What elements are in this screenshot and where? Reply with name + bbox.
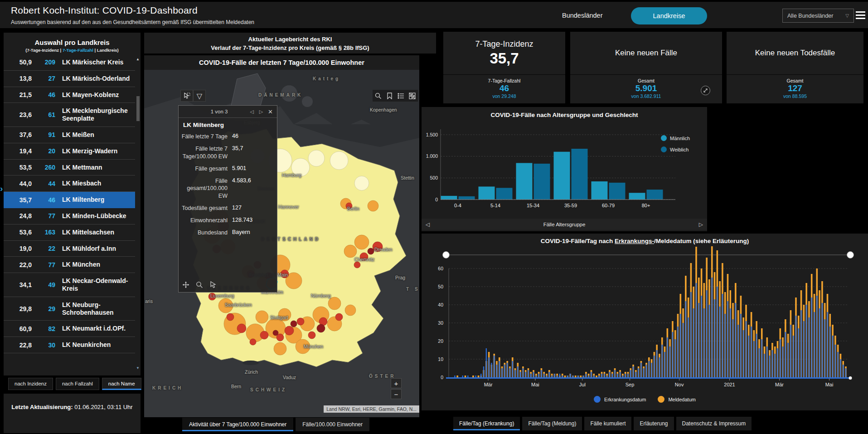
- germany-choropleth-map[interactable]: KattegDÄNEMARKKopenhagenEsbjergHamburgSt…: [144, 70, 419, 417]
- row-name: LK Neckar-Odenwald-Kreis: [55, 277, 135, 293]
- map-tab[interactable]: Fälle/100.000 Einwohner: [296, 418, 369, 431]
- row-cases: 163: [32, 229, 55, 236]
- zoom-out-button[interactable]: −: [391, 389, 402, 399]
- list-item[interactable]: 22,830LK Neunkirchen: [4, 337, 135, 353]
- bottom-tab[interactable]: Datenschutz & Impressum: [676, 417, 752, 430]
- list-item[interactable]: 24,877LK Minden-Lübbecke: [4, 208, 135, 224]
- scroll-up-icon[interactable]: ▲: [136, 57, 140, 61]
- incidence-card-title: 7-Tage-Inzidenz: [475, 39, 533, 49]
- row-name: LK Mayen-Koblenz: [55, 91, 135, 99]
- bottom-tab[interactable]: Erläuterung: [634, 417, 674, 430]
- new-cases-card-subof: von 3.682.911: [570, 93, 722, 99]
- bottom-tab[interactable]: Fälle kumuliert: [584, 417, 631, 430]
- legend-label: Meldedatum: [668, 397, 696, 402]
- new-deaths-card-subvalue: 127: [727, 83, 863, 93]
- legend-item: Erkrankungsdatum: [594, 396, 646, 403]
- svg-text:Mär: Mär: [484, 382, 493, 387]
- bookmark-icon[interactable]: [384, 90, 395, 102]
- incidence-card: 7-Tage-Inzidenz 35,7 7-Tage-Fallzahl 46 …: [443, 32, 565, 103]
- list-item[interactable]: 50,9209LK Märkischer Kreis: [4, 54, 135, 71]
- panel-expander-icon[interactable]: ›: [0, 184, 3, 194]
- list-item[interactable]: 13,827LK Märkisch-Oderland: [4, 71, 135, 87]
- row-cases: 77: [32, 261, 55, 268]
- range-slider-handle-left[interactable]: [443, 252, 450, 258]
- sidebar-title: Auswahl pro Landkreis: [4, 33, 141, 46]
- scroll-down-icon[interactable]: ▼: [136, 366, 140, 370]
- range-slider-handle-right[interactable]: [847, 252, 854, 258]
- legend-label: Männlich: [670, 136, 690, 141]
- bottom-tab[interactable]: Fälle/Tag (Meldung): [522, 417, 582, 430]
- row-name: LK Meißen: [55, 131, 135, 139]
- row-incidence: 60,9: [4, 325, 32, 332]
- basemap-icon[interactable]: [407, 90, 418, 102]
- landkreis-selection-panel: Auswahl pro Landkreis (7-Tage-Inzidenz |…: [4, 33, 141, 375]
- bottom-tab[interactable]: Fälle/Tag (Erkrankung): [453, 417, 520, 430]
- age-chart-caption-bar: ◁ Fälle Altersgruppe ▷: [422, 219, 707, 230]
- list-item[interactable]: 34,149LK Neckar-Odenwald-Kreis: [4, 273, 135, 297]
- chevron-right-icon[interactable]: ▷: [695, 221, 707, 228]
- list-item[interactable]: 37,691LK Meißen: [4, 127, 135, 143]
- svg-text:35-59: 35-59: [564, 203, 577, 208]
- row-incidence: 23,6: [4, 111, 32, 118]
- report-header: Aktueller Lagebericht des RKI Verlauf de…: [144, 33, 436, 54]
- chevron-left-icon[interactable]: ◁: [422, 221, 434, 228]
- popup-field-value: 46: [232, 133, 273, 140]
- row-name: LK Miltenberg: [55, 196, 135, 204]
- row-name: LK Miesbach: [55, 180, 135, 187]
- search-icon[interactable]: [373, 90, 384, 102]
- list-item[interactable]: 19,420LK Merzig-Wadern: [4, 143, 135, 160]
- list-item[interactable]: 35,746LK Miltenberg: [4, 192, 135, 208]
- nav-bundeslaender[interactable]: Bundesländer: [562, 12, 603, 19]
- row-incidence: 34,1: [4, 281, 32, 288]
- sort-tab[interactable]: nach Inzidenz: [8, 378, 53, 390]
- list-item[interactable]: 23,661LK Mecklenburgische Seenplatte: [4, 103, 135, 127]
- popup-next-icon[interactable]: ▷: [257, 109, 266, 115]
- legend-dot: [661, 146, 667, 152]
- row-name: LK Merzig-Wadern: [55, 147, 135, 155]
- svg-text:60-79: 60-79: [602, 203, 615, 208]
- popup-prev-icon[interactable]: ◁: [247, 109, 256, 115]
- list-item[interactable]: 60,982LK Neumarkt i.d.OPf.: [4, 321, 135, 337]
- select-tool-dropdown-icon[interactable]: ▽: [193, 90, 206, 102]
- list-item[interactable]: 53,5260LK Mettmann: [4, 160, 135, 176]
- bundesland-filter-dropdown[interactable]: Alle Bundesländer ▽: [782, 9, 854, 23]
- sort-tab[interactable]: nach Name: [102, 378, 141, 390]
- last-update-label: Letzte Aktualisierung:: [11, 404, 73, 410]
- landkreis-list: 50,9209LK Märkischer Kreis13,827LK Märki…: [4, 54, 135, 375]
- list-item[interactable]: 44,044LK Miesbach: [4, 176, 135, 192]
- row-cases: 20: [32, 147, 55, 155]
- sort-tab[interactable]: nach Fallzahl: [56, 378, 99, 390]
- map-title: COVID-19-Fälle der letzten 7 Tage/100.00…: [144, 55, 419, 70]
- svg-text:1.000: 1.000: [426, 153, 438, 159]
- popup-footer: [182, 281, 217, 288]
- selection-arrow-icon[interactable]: [209, 281, 217, 288]
- magnifier-icon[interactable]: [196, 281, 203, 288]
- list-item[interactable]: 21,546LK Mayen-Koblenz: [4, 87, 135, 103]
- popup-pager: 1 von 3: [179, 109, 247, 114]
- row-incidence: 22,8: [4, 341, 32, 349]
- page-title: Robert Koch-Institut: COVID-19-Dashboard: [11, 5, 198, 16]
- map-panel: COVID-19-Fälle der letzten 7 Tage/100.00…: [144, 55, 419, 417]
- zoom-to-icon[interactable]: [182, 281, 189, 288]
- scrollbar-thumb[interactable]: [136, 96, 140, 121]
- row-cases: 27: [32, 75, 55, 82]
- row-incidence: 24,8: [4, 212, 32, 219]
- time-chart-title: COVID-19-Fälle/Tag nach Erkrankungs-/Mel…: [422, 234, 868, 244]
- svg-text:15-34: 15-34: [527, 203, 539, 208]
- list-item[interactable]: 29,829LK Neuburg-Schrobenhausen: [4, 297, 135, 321]
- svg-text:40: 40: [438, 302, 443, 307]
- legend-list-icon[interactable]: [395, 90, 407, 102]
- select-tool-icon[interactable]: [180, 90, 193, 102]
- list-item[interactable]: 19,022LK Mühldorf a.Inn: [4, 241, 135, 257]
- map-tab[interactable]: Aktivität über 7 Tage/100.000 Einwohner: [182, 418, 293, 431]
- close-icon[interactable]: ✕: [266, 108, 277, 115]
- list-item[interactable]: 53,6163LK Mittelsachsen: [4, 224, 135, 241]
- row-incidence: 21,5: [4, 91, 32, 98]
- last-update-box: Letzte Aktualisierung: 01.06.2021, 03:11…: [4, 394, 141, 433]
- menu-icon[interactable]: [856, 11, 865, 20]
- list-item[interactable]: 22,077LK München: [4, 257, 135, 273]
- nav-landkreise-button[interactable]: Landkreise: [631, 7, 707, 24]
- expand-icon[interactable]: [701, 86, 710, 95]
- zoom-in-button[interactable]: +: [391, 378, 402, 388]
- app-header: Robert Koch-Institut: COVID-19-Dashboard…: [0, 0, 868, 28]
